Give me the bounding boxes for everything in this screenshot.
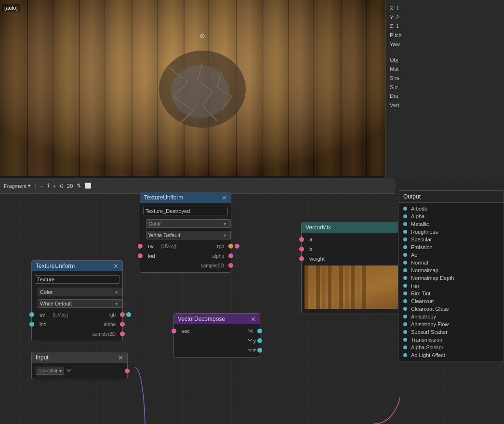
vector-mix-weight-input[interactable] [299,256,304,261]
vector-decompose-x-toggle[interactable] [247,328,253,334]
vector-decompose-x-output[interactable] [257,329,262,333]
vector-decompose-y-output[interactable] [257,338,262,343]
texture-node-2-color-select[interactable]: Color Normal [38,288,122,296]
output-label-4: Specular [411,237,432,242]
output-dot-5 [403,245,407,249]
texture-node-1-lod-input[interactable] [138,253,143,258]
x-coord: X: 1 [390,4,500,13]
page-button[interactable]: ⬜ [85,183,92,189]
texture-node-1-color-select[interactable]: Color Normal Linear [146,219,231,228]
output-item-emission[interactable]: Emission [398,243,504,251]
texture-node-1-alpha-output[interactable] [228,253,233,258]
svg-rect-39 [322,265,326,309]
output-item-rim[interactable]: Rim [398,282,504,290]
output-item-alpha-scissor[interactable]: Alpha Scissor [398,344,504,351]
vector-decompose-z-toggle[interactable] [247,347,253,354]
vector-mix-a-label: a [305,237,316,242]
y-coord: Y: 2 [390,13,500,22]
texture-node-1-body: Color Normal Linear White Default Black … [140,203,231,272]
input-node-close[interactable]: ✕ [118,355,123,361]
vector-decompose-z-output[interactable] [257,348,262,353]
output-item-specular[interactable]: Specular [398,236,504,243]
navigate-icon: ⇅ [77,183,81,189]
texture-node-2-body: Color Normal White Default Black Default… [32,271,122,341]
input-node-title: Input [36,354,49,361]
output-item-transmission[interactable]: Transmission [398,336,504,344]
output-item-metallic[interactable]: Metallic [398,220,504,228]
output-item-normalmap[interactable]: Normalmap [398,266,504,274]
input-node-toggle-down[interactable] [66,368,72,374]
output-item-clearcoat[interactable]: Clearcoat [398,297,504,305]
output-item-normal[interactable]: Normal [398,259,504,266]
svg-point-32 [171,65,229,118]
output-dot-14 [403,315,407,318]
texture-node-1-name-input[interactable] [143,207,228,215]
output-item-clearcoat-gloss[interactable]: Clearcoat Gloss [398,305,504,313]
zoom-in-button[interactable]: + [53,183,56,189]
output-item-alpha[interactable]: Alpha [398,212,504,220]
texture-node-2-sampler-row: sampler2D [32,329,122,339]
svg-rect-46 [362,265,366,309]
output-dot-13 [403,307,407,311]
texture-node-1-uv-input[interactable] [138,244,143,249]
texture-node-2-lod-input[interactable] [29,322,34,327]
output-item-rim-tint[interactable]: Rim Tint [398,290,504,297]
texture-node-2-close[interactable]: ✕ [113,263,119,269]
branch-button[interactable]: ⑆ [60,183,63,189]
zoom-value: 20 [67,183,73,189]
texture-node-2-color-select-wrap: Color Normal [35,287,119,297]
coordinates: X: 1 Y: 2 Z: 1 Pitch Yaw [390,4,500,49]
output-dot-18 [403,345,407,349]
texture-node-1-color-select-wrap: Color Normal Linear [143,218,228,229]
texture-node-1-sampler-output[interactable] [228,263,233,268]
output-item-ao[interactable]: Ao [398,251,504,259]
texture-node-2-sampler-output[interactable] [120,331,125,336]
output-item-normalmap-depth[interactable]: Normalmap Depth [398,274,504,282]
vector-mix-title: VectorMix [305,224,331,231]
texture-node-2-rgb-output[interactable] [120,312,125,317]
input-node-color-output[interactable] [125,369,130,373]
vector-decompose-vec-row: vec x [174,326,260,336]
texture-node-1-rgb-output[interactable] [228,244,233,249]
output-item-ao-light-affect[interactable]: Ao Light Affect [398,351,504,359]
input-node-body: ⬛c color ▾ [32,363,127,379]
texture-node-1-rgb-output2[interactable] [235,244,239,249]
texture-node-2-default-select[interactable]: White Default Black Default [38,299,122,308]
svg-rect-42 [339,265,343,309]
texture-node-2-alpha-output[interactable] [120,322,125,327]
vector-mix-b-input[interactable] [299,247,304,252]
navigate-button[interactable]: ⇅ [77,183,81,189]
vector-decompose-vec-label: vec [178,328,194,334]
output-dot-19 [403,353,407,357]
output-label-3: Roughness [411,229,438,235]
texture-node-2-uv-input[interactable] [29,312,34,317]
zoom-level: 20 [67,183,73,189]
svg-rect-37 [310,265,314,309]
page-icon: ⬜ [85,183,92,189]
output-dot-11 [403,292,407,295]
vector-mix-a-input[interactable] [299,237,304,242]
info-button[interactable]: ℹ [47,183,49,189]
texture-node-1-default-select[interactable]: White Default Black Default [146,231,231,239]
output-item-subsurf-scatter[interactable]: Subsurf Scatter [398,328,504,336]
vector-decompose-close[interactable]: ✕ [251,316,256,322]
output-dot-7 [403,261,407,265]
output-panel-body: AlbedoAlphaMetallicRoughnessSpecularEmis… [398,203,504,361]
texture-node-1-header: TextureUniform ✕ [140,192,231,203]
output-label-10: Rim [411,283,421,289]
output-item-albedo[interactable]: Albedo [398,205,504,212]
texture-node-1-close[interactable]: ✕ [222,195,227,201]
output-item-anisotropy[interactable]: Anisotropy [398,313,504,320]
zoom-out-button[interactable]: − [40,183,43,189]
output-dot-2 [403,222,407,226]
output-item-anisotropy-flow[interactable]: Anisotropy Flow [398,320,504,328]
texture-node-2-rgb-output-c[interactable] [126,312,131,317]
pitch: Pitch [390,31,500,40]
output-item-roughness[interactable]: Roughness [398,228,504,236]
input-node-color-row: ⬛c color ▾ [32,365,127,377]
vector-decompose-vec-input[interactable] [172,329,176,333]
vector-decompose-y-toggle[interactable] [247,337,253,344]
input-color-preview[interactable]: ⬛c color ▾ [36,367,64,375]
texture-node-2-name-input[interactable] [35,275,119,284]
mode-selector[interactable]: Fragment ▾ [4,183,31,189]
